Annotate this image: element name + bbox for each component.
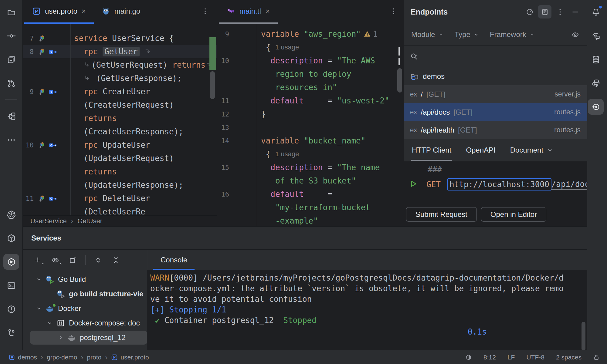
rpc-impl-icon[interactable]	[38, 48, 46, 56]
code-line[interactable]: returns	[23, 165, 217, 178]
kebab-button[interactable]	[553, 5, 567, 19]
code-line[interactable]: (CreateUserRequest)	[23, 98, 217, 112]
tab-options-kebab-icon[interactable]	[201, 0, 209, 22]
code-line[interactable]: (UpdateUserResponse);	[23, 178, 217, 192]
tool-button-database[interactable]	[588, 52, 604, 67]
chevron-down-icon[interactable]	[34, 276, 44, 283]
code-line[interactable]: 11 rpc DeleteUser	[23, 192, 217, 205]
tab-document[interactable]: Document	[510, 146, 554, 161]
tab-console[interactable]: Console	[153, 250, 195, 270]
service-node-go-build[interactable]: Go Build	[23, 272, 147, 287]
tool-button-python-packages[interactable]	[3, 230, 19, 246]
request-url-host[interactable]: http://localhost:3000	[447, 178, 551, 190]
breadcrumb-demos[interactable]: demos	[8, 354, 37, 361]
scrollbar-thumb[interactable]	[210, 71, 215, 99]
http-plug-icon[interactable]	[49, 88, 57, 96]
lock-open-widget[interactable]	[593, 354, 600, 361]
code-line[interactable]: (DeleteUserRe	[23, 205, 217, 215]
run-request-icon[interactable]	[408, 179, 418, 190]
tool-button-endpoints[interactable]	[588, 99, 604, 115]
theme-contrast-widget[interactable]	[465, 354, 472, 361]
close-tab-icon[interactable]: ×	[266, 7, 270, 15]
filter-framework[interactable]: Framework	[490, 30, 535, 39]
tab-options-kebab-icon[interactable]	[390, 0, 398, 22]
code-line[interactable]: 7service UserService {	[23, 32, 217, 45]
status-lf[interactable]: LF	[507, 354, 515, 361]
code-line[interactable]: 13	[217, 121, 404, 134]
code-line[interactable]: 8 rpc GetUser	[23, 45, 217, 58]
chevron-down-icon[interactable]	[45, 320, 55, 326]
tool-button-more-tools[interactable]	[3, 132, 19, 148]
tool-button-terminal[interactable]	[3, 278, 19, 293]
breadcrumb-proto[interactable]: proto	[87, 354, 101, 361]
endpoint-row[interactable]: ex/[GET]server.js	[404, 85, 587, 103]
console-output[interactable]: WARN[0000] /Users/jetbrains/myProjects/g…	[147, 270, 587, 350]
status-8-12[interactable]: 8:12	[483, 354, 496, 361]
status-utf-8[interactable]: UTF-8	[526, 354, 544, 361]
tool-button-notifications-bell[interactable]	[588, 4, 604, 20]
code-line[interactable]: { 1 usage	[217, 147, 404, 161]
tool-button-project-folder[interactable]	[3, 4, 19, 20]
http-plug-icon[interactable]	[49, 48, 57, 56]
code-line[interactable]: 11 default = "us-west-2"	[217, 94, 404, 107]
tab-user-proto[interactable]: Puser.proto×	[24, 0, 94, 24]
code-line[interactable]: (GetUserRequest) returns	[23, 58, 217, 72]
minimize-button[interactable]	[568, 5, 582, 19]
code-line[interactable]: of the S3 bucket"	[217, 174, 404, 187]
code-line[interactable]: 9variable "aws_region"1	[217, 27, 404, 41]
code-editor-proto[interactable]: 7service UserService {8 rpc GetUser (Get…	[23, 24, 217, 215]
close-tab-icon[interactable]: ×	[82, 7, 86, 15]
code-line[interactable]: resources in"	[217, 81, 404, 94]
code-line[interactable]: -example"	[217, 214, 404, 226]
tool-button-vcs-graph[interactable]	[3, 75, 19, 91]
code-line[interactable]: (UpdateUserRequest)	[23, 152, 217, 165]
tool-button-services[interactable]	[3, 254, 19, 270]
tool-button-ai-assistant[interactable]	[588, 28, 604, 44]
tool-button-editor-windows[interactable]	[3, 52, 19, 67]
tab-main-go[interactable]: main.go	[94, 0, 148, 24]
code-line[interactable]: 10 description = "The AWS	[217, 54, 404, 67]
code-line[interactable]: 15 description = "The name	[217, 161, 404, 174]
http-plug-icon[interactable]	[49, 141, 57, 149]
code-line[interactable]: region to deploy	[217, 67, 404, 81]
rpc-impl-icon[interactable]	[38, 194, 46, 203]
add-button[interactable]	[32, 255, 43, 265]
scrollbar-thumb[interactable]	[397, 68, 402, 93]
endpoint-row[interactable]: ex/api/health[GET]routes.js	[404, 121, 587, 139]
code-line[interactable]: (GetUserResponse);	[23, 72, 217, 85]
rpc-impl-icon[interactable]	[38, 34, 46, 42]
code-line[interactable]: "my-terraform-bucket	[217, 201, 404, 214]
eye-button[interactable]	[50, 255, 60, 265]
details-list-button[interactable]	[538, 5, 551, 19]
expand-all-button[interactable]	[93, 255, 103, 265]
tool-button-git-branch[interactable]	[3, 325, 19, 341]
code-line[interactable]: 16 default =	[217, 187, 404, 201]
breadcrumb-grpc-demo[interactable]: grpc-demo	[47, 354, 77, 361]
status-2-spaces[interactable]: 2 spaces	[556, 354, 582, 361]
filter-type[interactable]: Type	[455, 30, 480, 39]
chevron-down-icon[interactable]	[34, 305, 44, 312]
open-in-editor-button[interactable]: Open in Editor	[481, 207, 546, 222]
rpc-impl-icon[interactable]	[38, 88, 46, 96]
filter-module[interactable]: Module	[411, 30, 444, 39]
code-line[interactable]: { 1 usage	[217, 41, 404, 54]
tool-button-kubernetes[interactable]	[3, 207, 19, 222]
tool-button-commit[interactable]	[3, 28, 19, 44]
http-plug-icon[interactable]	[49, 194, 57, 203]
tab-http-client[interactable]: HTTP Client	[411, 146, 452, 161]
tool-button-problems[interactable]	[3, 301, 19, 317]
endpoints-search-input[interactable]	[404, 46, 587, 67]
view-options-eye-button[interactable]	[568, 28, 582, 41]
code-line[interactable]: 9 rpc CreateUser	[23, 85, 217, 98]
gauge-button[interactable]	[523, 5, 536, 19]
submit-request-button[interactable]: Submit Request	[406, 207, 477, 222]
breadcrumb-user-proto[interactable]: Puser.proto	[111, 354, 149, 361]
open-new-tab-button[interactable]	[68, 255, 78, 265]
collapse-all-button[interactable]	[110, 255, 121, 265]
service-node-docker-compose-doc[interactable]: Docker-compose: doc	[23, 316, 147, 330]
chevron-down-icon[interactable]	[546, 147, 554, 154]
rpc-impl-icon[interactable]	[38, 141, 46, 149]
tool-button-structure[interactable]	[3, 108, 19, 124]
service-node-postgresql_12[interactable]: postgresql_12	[23, 330, 147, 345]
code-editor-terraform[interactable]: 9variable "aws_region"1 { 1 usage10 desc…	[217, 24, 404, 226]
